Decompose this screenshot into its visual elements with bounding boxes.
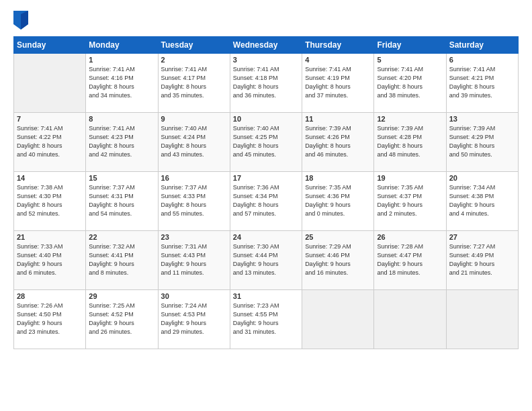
day-content: Sunrise: 7:37 AM Sunset: 4:33 PM Dayligh…: [161, 183, 227, 218]
week-row-4: 21Sunrise: 7:33 AM Sunset: 4:40 PM Dayli…: [14, 231, 519, 290]
day-number: 21: [17, 233, 83, 241]
day-content: Sunrise: 7:32 AM Sunset: 4:41 PM Dayligh…: [89, 242, 154, 277]
day-content: Sunrise: 7:28 AM Sunset: 4:47 PM Dayligh…: [377, 242, 443, 277]
calendar-body: 1Sunrise: 7:41 AM Sunset: 4:16 PM Daylig…: [14, 54, 519, 349]
day-cell: 15Sunrise: 7:37 AM Sunset: 4:31 PM Dayli…: [86, 172, 158, 231]
day-content: Sunrise: 7:41 AM Sunset: 4:19 PM Dayligh…: [305, 65, 371, 100]
calendar-header: SundayMondayTuesdayWednesdayThursdayFrid…: [14, 37, 519, 54]
week-row-1: 1Sunrise: 7:41 AM Sunset: 4:16 PM Daylig…: [14, 54, 519, 113]
day-cell: 21Sunrise: 7:33 AM Sunset: 4:40 PM Dayli…: [14, 231, 86, 290]
day-content: Sunrise: 7:40 AM Sunset: 4:25 PM Dayligh…: [233, 124, 299, 159]
day-number: 26: [377, 233, 443, 241]
day-number: 7: [17, 115, 83, 123]
day-cell: 14Sunrise: 7:38 AM Sunset: 4:30 PM Dayli…: [14, 172, 86, 231]
header-cell-saturday: Saturday: [446, 37, 518, 54]
header-cell-thursday: Thursday: [302, 37, 374, 54]
header-row: SundayMondayTuesdayWednesdayThursdayFrid…: [14, 37, 519, 54]
day-number: 14: [17, 174, 83, 182]
day-cell: 11Sunrise: 7:39 AM Sunset: 4:26 PM Dayli…: [302, 113, 374, 172]
day-content: Sunrise: 7:39 AM Sunset: 4:26 PM Dayligh…: [305, 124, 371, 159]
day-cell: 3Sunrise: 7:41 AM Sunset: 4:18 PM Daylig…: [230, 54, 302, 113]
day-content: Sunrise: 7:41 AM Sunset: 4:23 PM Dayligh…: [89, 124, 154, 159]
day-number: 22: [89, 233, 154, 241]
day-cell: 27Sunrise: 7:27 AM Sunset: 4:49 PM Dayli…: [446, 231, 518, 290]
day-content: Sunrise: 7:39 AM Sunset: 4:29 PM Dayligh…: [449, 124, 515, 159]
day-content: Sunrise: 7:35 AM Sunset: 4:37 PM Dayligh…: [377, 183, 443, 218]
day-content: Sunrise: 7:30 AM Sunset: 4:44 PM Dayligh…: [233, 242, 299, 277]
day-cell: 24Sunrise: 7:30 AM Sunset: 4:44 PM Dayli…: [230, 231, 302, 290]
day-number: 25: [305, 233, 371, 241]
day-cell: 13Sunrise: 7:39 AM Sunset: 4:29 PM Dayli…: [446, 113, 518, 172]
day-number: 23: [161, 233, 227, 241]
day-number: 16: [161, 174, 227, 182]
day-content: Sunrise: 7:36 AM Sunset: 4:34 PM Dayligh…: [233, 183, 299, 218]
day-cell: [14, 54, 86, 113]
day-cell: 29Sunrise: 7:25 AM Sunset: 4:52 PM Dayli…: [86, 290, 158, 349]
day-content: Sunrise: 7:37 AM Sunset: 4:31 PM Dayligh…: [89, 183, 154, 218]
logo: [13, 11, 31, 30]
day-content: Sunrise: 7:29 AM Sunset: 4:46 PM Dayligh…: [305, 242, 371, 277]
day-number: 15: [89, 174, 154, 182]
day-cell: 17Sunrise: 7:36 AM Sunset: 4:34 PM Dayli…: [230, 172, 302, 231]
day-cell: [302, 290, 374, 349]
day-cell: 30Sunrise: 7:24 AM Sunset: 4:53 PM Dayli…: [158, 290, 230, 349]
day-number: 5: [377, 56, 443, 64]
week-row-3: 14Sunrise: 7:38 AM Sunset: 4:30 PM Dayli…: [14, 172, 519, 231]
day-number: 31: [233, 292, 299, 300]
day-cell: 28Sunrise: 7:26 AM Sunset: 4:50 PM Dayli…: [14, 290, 86, 349]
header-cell-sunday: Sunday: [14, 37, 86, 54]
day-cell: 1Sunrise: 7:41 AM Sunset: 4:16 PM Daylig…: [86, 54, 158, 113]
day-content: Sunrise: 7:41 AM Sunset: 4:17 PM Dayligh…: [161, 65, 227, 100]
day-cell: 6Sunrise: 7:41 AM Sunset: 4:21 PM Daylig…: [446, 54, 518, 113]
day-cell: 31Sunrise: 7:23 AM Sunset: 4:55 PM Dayli…: [230, 290, 302, 349]
day-cell: 22Sunrise: 7:32 AM Sunset: 4:41 PM Dayli…: [86, 231, 158, 290]
week-row-2: 7Sunrise: 7:41 AM Sunset: 4:22 PM Daylig…: [14, 113, 519, 172]
day-content: Sunrise: 7:27 AM Sunset: 4:49 PM Dayligh…: [449, 242, 515, 277]
header-cell-friday: Friday: [374, 37, 446, 54]
day-cell: 23Sunrise: 7:31 AM Sunset: 4:43 PM Dayli…: [158, 231, 230, 290]
day-cell: 25Sunrise: 7:29 AM Sunset: 4:46 PM Dayli…: [302, 231, 374, 290]
day-cell: 10Sunrise: 7:40 AM Sunset: 4:25 PM Dayli…: [230, 113, 302, 172]
day-content: Sunrise: 7:39 AM Sunset: 4:28 PM Dayligh…: [377, 124, 443, 159]
header: [13, 11, 519, 30]
day-cell: 12Sunrise: 7:39 AM Sunset: 4:28 PM Dayli…: [374, 113, 446, 172]
logo-icon: [13, 11, 28, 30]
day-number: 30: [161, 292, 227, 300]
day-cell: 26Sunrise: 7:28 AM Sunset: 4:47 PM Dayli…: [374, 231, 446, 290]
day-number: 17: [233, 174, 299, 182]
day-number: 28: [17, 292, 83, 300]
day-number: 11: [305, 115, 371, 123]
day-number: 8: [89, 115, 154, 123]
day-number: 27: [449, 233, 515, 241]
day-number: 2: [161, 56, 227, 64]
day-content: Sunrise: 7:41 AM Sunset: 4:18 PM Dayligh…: [233, 65, 299, 100]
day-cell: 18Sunrise: 7:35 AM Sunset: 4:36 PM Dayli…: [302, 172, 374, 231]
day-cell: 16Sunrise: 7:37 AM Sunset: 4:33 PM Dayli…: [158, 172, 230, 231]
day-content: Sunrise: 7:41 AM Sunset: 4:22 PM Dayligh…: [17, 124, 83, 159]
day-number: 24: [233, 233, 299, 241]
day-content: Sunrise: 7:23 AM Sunset: 4:55 PM Dayligh…: [233, 302, 299, 336]
day-content: Sunrise: 7:35 AM Sunset: 4:36 PM Dayligh…: [305, 183, 371, 218]
day-content: Sunrise: 7:34 AM Sunset: 4:38 PM Dayligh…: [449, 183, 515, 218]
day-number: 13: [449, 115, 515, 123]
day-cell: 19Sunrise: 7:35 AM Sunset: 4:37 PM Dayli…: [374, 172, 446, 231]
day-number: 19: [377, 174, 443, 182]
day-cell: 5Sunrise: 7:41 AM Sunset: 4:20 PM Daylig…: [374, 54, 446, 113]
day-content: Sunrise: 7:41 AM Sunset: 4:16 PM Dayligh…: [89, 65, 154, 100]
day-number: 6: [449, 56, 515, 64]
header-cell-wednesday: Wednesday: [230, 37, 302, 54]
day-cell: 7Sunrise: 7:41 AM Sunset: 4:22 PM Daylig…: [14, 113, 86, 172]
day-cell: 4Sunrise: 7:41 AM Sunset: 4:19 PM Daylig…: [302, 54, 374, 113]
day-number: 9: [161, 115, 227, 123]
day-number: 10: [233, 115, 299, 123]
day-number: 1: [89, 56, 154, 64]
day-number: 12: [377, 115, 443, 123]
header-cell-tuesday: Tuesday: [158, 37, 230, 54]
day-number: 20: [449, 174, 515, 182]
day-number: 4: [305, 56, 371, 64]
calendar-table: SundayMondayTuesdayWednesdayThursdayFrid…: [13, 36, 519, 349]
day-content: Sunrise: 7:41 AM Sunset: 4:20 PM Dayligh…: [377, 65, 443, 100]
day-cell: [446, 290, 518, 349]
day-content: Sunrise: 7:24 AM Sunset: 4:53 PM Dayligh…: [161, 302, 227, 336]
day-cell: [374, 290, 446, 349]
